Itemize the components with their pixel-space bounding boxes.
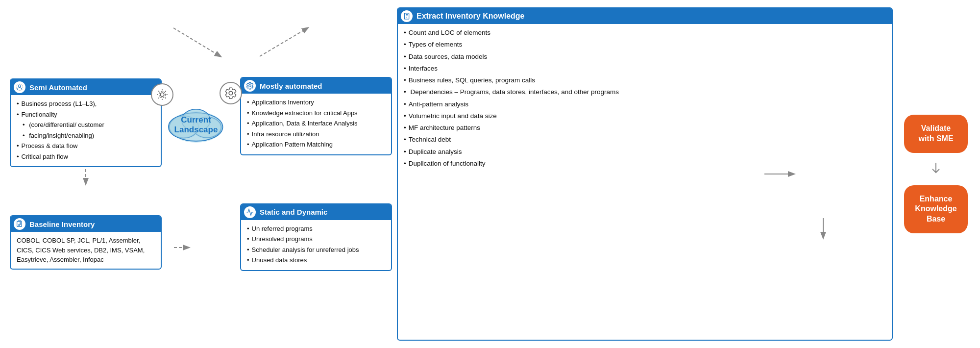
baseline-inventory-title: Baseline Inventory bbox=[29, 220, 95, 228]
static-dynamic-box: Static and Dynamic Un referred programs … bbox=[240, 203, 392, 271]
list-item: Critical path flow bbox=[17, 152, 156, 162]
list-item: Business process (L1–L3), bbox=[17, 99, 156, 109]
svg-line-0 bbox=[173, 28, 220, 56]
list-item: Unused data stores bbox=[247, 255, 386, 265]
semi-auto-icon bbox=[14, 81, 25, 93]
down-arrow-icon bbox=[929, 162, 943, 176]
list-item: Knowledge extraction for critical Apps bbox=[247, 108, 386, 118]
list-item: Types of elements bbox=[404, 40, 887, 50]
list-item: Process & data flow bbox=[17, 141, 156, 151]
extract-inventory-title: Extract Inventory Knowledge bbox=[416, 12, 525, 21]
diagram-container: Semi Automated Business process (L1–L3),… bbox=[10, 7, 970, 341]
enhance-knowledge-button[interactable]: EnhanceKnowledgeBase bbox=[904, 185, 968, 233]
svg-point-9 bbox=[19, 85, 21, 87]
list-item: Dependencies – Programs, data stores, in… bbox=[404, 87, 887, 97]
list-item: Anti-pattern analysis bbox=[404, 99, 887, 109]
list-item: Applications Inventory bbox=[247, 98, 386, 107]
list-item: Count and LOC of elements bbox=[404, 28, 887, 38]
list-item: Functionality bbox=[17, 110, 156, 120]
svg-point-7 bbox=[160, 93, 164, 97]
static-dynamic-body: Un referred programs Unresolved programs… bbox=[241, 220, 391, 270]
mostly-auto-gear-icon bbox=[220, 82, 242, 104]
list-item: Un referred programs bbox=[247, 224, 386, 234]
middle-column: Mostly automated Applications Inventory … bbox=[240, 77, 392, 271]
semi-automated-body: Business process (L1–L3), Functionality … bbox=[11, 95, 161, 166]
baseline-inventory-box: Baseline Inventory COBOL, COBOL SP, JCL,… bbox=[10, 215, 162, 270]
semi-automated-title: Semi Automated bbox=[29, 83, 87, 92]
mostly-automated-box: Mostly automated Applications Inventory … bbox=[240, 77, 392, 155]
semi-automated-header: Semi Automated bbox=[11, 79, 161, 95]
svg-point-12 bbox=[20, 223, 21, 224]
mostly-automated-list: Applications Inventory Knowledge extract… bbox=[247, 98, 386, 149]
extract-inventory-header: Extract Inventory Knowledge bbox=[398, 8, 892, 24]
list-item: Duplicate analysis bbox=[404, 147, 887, 157]
list-item: Duplication of functionality bbox=[404, 159, 887, 169]
extract-inventory-box: Extract Inventory Knowledge Count and LO… bbox=[397, 7, 893, 341]
extract-inventory-body: Count and LOC of elements Types of eleme… bbox=[398, 24, 892, 340]
semi-automated-list: Business process (L1–L3), Functionality … bbox=[17, 99, 156, 161]
static-dynamic-header: Static and Dynamic bbox=[241, 204, 391, 220]
cloud-text: CurrentLandscape bbox=[174, 115, 218, 135]
list-item: (core/differential/ customer bbox=[17, 120, 156, 130]
list-item: Application Pattern Matching bbox=[247, 140, 386, 149]
list-item: Scheduler analysis for unreferred jobs bbox=[247, 245, 386, 255]
list-item: facing/insight/enabling) bbox=[17, 131, 156, 141]
baseline-icon bbox=[14, 218, 25, 230]
validate-button[interactable]: Validatewith SME bbox=[904, 115, 968, 153]
list-item: Data sources, data models bbox=[404, 52, 887, 62]
list-item: Infra resource utilization bbox=[247, 129, 386, 139]
left-column: Semi Automated Business process (L1–L3),… bbox=[10, 78, 162, 270]
baseline-inventory-text: COBOL, COBOL SP, JCL, PL/1, Assembler, C… bbox=[17, 237, 145, 263]
list-item: MF architecture patterns bbox=[404, 123, 887, 133]
svg-line-1 bbox=[260, 28, 308, 56]
static-dynamic-list: Un referred programs Unresolved programs… bbox=[247, 224, 386, 265]
list-item: Unresolved programs bbox=[247, 234, 386, 244]
mostly-automated-body: Applications Inventory Knowledge extract… bbox=[241, 94, 391, 154]
mostly-automated-title: Mostly automated bbox=[260, 82, 322, 90]
list-item: Business rules, SQL queries, program cal… bbox=[404, 75, 887, 85]
baseline-inventory-header: Baseline Inventory bbox=[11, 216, 161, 232]
current-landscape-cloud: CurrentLandscape bbox=[162, 105, 230, 145]
svg-rect-25 bbox=[404, 13, 409, 19]
extract-icon bbox=[401, 10, 413, 22]
list-item: Technical debt bbox=[404, 135, 887, 145]
list-item: Volumetric input and data size bbox=[404, 111, 887, 121]
mostly-auto-icon bbox=[244, 80, 256, 92]
static-dynamic-icon bbox=[244, 206, 256, 218]
baseline-inventory-body: COBOL, COBOL SP, JCL, PL/1, Assembler, C… bbox=[11, 232, 161, 269]
extract-inventory-list: Count and LOC of elements Types of eleme… bbox=[404, 28, 887, 169]
extract-inventory-col: Extract Inventory Knowledge Count and LO… bbox=[397, 7, 893, 341]
list-item: Application, Data & Interface Analysis bbox=[247, 119, 386, 128]
semi-automated-box: Semi Automated Business process (L1–L3),… bbox=[10, 78, 162, 167]
static-dynamic-title: Static and Dynamic bbox=[260, 208, 327, 216]
semi-automated-gear-icon bbox=[151, 83, 173, 106]
list-item: Interfaces bbox=[404, 64, 887, 74]
far-right-actions: Validatewith SME EnhanceKnowledgeBase bbox=[902, 115, 970, 233]
mostly-automated-header: Mostly automated bbox=[241, 78, 391, 94]
